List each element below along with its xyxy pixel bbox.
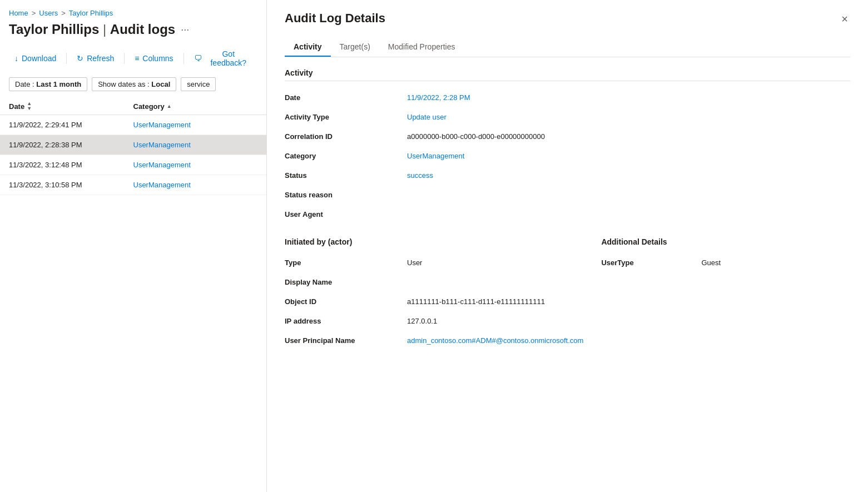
page-title: Taylor Phillips | Audit logs ··· [0, 22, 266, 37]
refresh-icon: ↻ [77, 54, 83, 63]
value-status: success [407, 166, 850, 185]
columns-label: Columns [142, 54, 173, 63]
row-date: 11/9/2022, 2:29:41 PM [9, 121, 133, 129]
page-title-text: Taylor Phillips | Audit logs [9, 22, 175, 37]
label-type: Type [285, 253, 407, 272]
table-row[interactable]: 11/3/2022, 3:12:48 PM UserManagement [0, 155, 266, 175]
filter-service[interactable]: service [181, 77, 216, 91]
toolbar: ↓ Download ↻ Refresh ≡ Columns 🗨 Got fee… [0, 46, 266, 71]
table-body: 11/9/2022, 2:29:41 PM UserManagement 11/… [0, 115, 266, 492]
detail-tabs: Activity Target(s) Modified Properties [285, 38, 850, 57]
value-type: User [407, 253, 583, 272]
detail-section-label: Activity [285, 68, 850, 81]
filter-date[interactable]: Date : Last 1 month [9, 77, 87, 91]
sort-icon-date: ▲▼ [27, 101, 32, 111]
row-date: 11/3/2022, 3:10:58 PM [9, 181, 133, 189]
initiated-by-section: Initiated by (actor) Type User Display N… [285, 237, 583, 355]
feedback-label: Got feedback? [205, 49, 252, 67]
additional-details-fields: UserType Guest [601, 253, 850, 272]
filter-service-label: service [187, 80, 210, 88]
refresh-label: Refresh [87, 54, 114, 63]
toolbar-divider-2 [124, 53, 125, 64]
filters-bar: Date : Last 1 month Show dates as : Loca… [0, 77, 266, 91]
value-correlation-id: a0000000-b000-c000-d000-e00000000000 [407, 127, 850, 146]
label-activity-type: Activity Type [285, 107, 407, 127]
breadcrumb-user[interactable]: Taylor Phillips [69, 9, 113, 17]
two-col-section: Initiated by (actor) Type User Display N… [285, 237, 850, 355]
label-display-name: Display Name [285, 272, 407, 292]
tab-modified-properties[interactable]: Modified Properties [379, 38, 464, 57]
detail-header: Audit Log Details × [285, 11, 850, 27]
label-object-id: Object ID [285, 292, 407, 311]
left-panel: Home > Users > Taylor Phillips Taylor Ph… [0, 0, 267, 492]
refresh-button[interactable]: ↻ Refresh [71, 51, 120, 66]
label-user-agent: User Agent [285, 205, 407, 224]
additional-details-title: Additional Details [601, 237, 850, 246]
initiated-by-fields: Type User Display Name Object ID a111111… [285, 253, 583, 350]
row-category: UserManagement [133, 181, 258, 189]
columns-button[interactable]: ≡ Columns [129, 51, 178, 66]
value-status-reason [407, 185, 850, 205]
label-date: Date [285, 88, 407, 107]
label-correlation-id: Correlation ID [285, 127, 407, 146]
breadcrumb-home[interactable]: Home [9, 9, 28, 17]
value-ip-address: 127.0.0.1 [407, 311, 583, 331]
table-row[interactable]: 11/9/2022, 2:29:41 PM UserManagement [0, 115, 266, 135]
value-display-name [407, 272, 583, 292]
filter-showdates-label: Show dates as : Local [98, 80, 170, 88]
breadcrumb-sep1: > [32, 9, 36, 17]
toolbar-divider-1 [66, 53, 67, 64]
table-header: Date ▲▼ Category ▲ [0, 98, 266, 115]
tab-activity[interactable]: Activity [285, 38, 331, 57]
filter-showdates[interactable]: Show dates as : Local [92, 77, 176, 91]
table-row[interactable]: 11/3/2022, 3:10:58 PM UserManagement [0, 175, 266, 195]
additional-details-section: Additional Details UserType Guest [601, 237, 850, 355]
col-date[interactable]: Date ▲▼ [9, 101, 133, 111]
filter-date-label: Date : Last 1 month [15, 80, 81, 88]
label-category: Category [285, 146, 407, 166]
sort-icon-category: ▲ [167, 104, 172, 109]
label-usertype: UserType [601, 253, 701, 272]
row-date: 11/9/2022, 2:28:38 PM [9, 141, 133, 149]
value-upn: admin_contoso.com#ADM#@contoso.onmicroso… [407, 331, 583, 350]
page-menu-button[interactable]: ··· [181, 24, 189, 36]
breadcrumb-users[interactable]: Users [39, 9, 58, 17]
value-user-agent [407, 205, 850, 224]
toolbar-divider-3 [183, 53, 184, 64]
col-date-label: Date [9, 102, 24, 111]
col-category-label: Category [133, 102, 165, 111]
value-activity-type: Update user [407, 107, 850, 127]
close-button[interactable]: × [839, 11, 850, 27]
initiated-by-title: Initiated by (actor) [285, 237, 583, 246]
download-label: Download [22, 54, 56, 63]
tab-targets[interactable]: Target(s) [331, 38, 379, 57]
detail-fields: Date 11/9/2022, 2:28 PM Activity Type Up… [285, 88, 850, 224]
columns-icon: ≡ [135, 54, 139, 63]
row-date: 11/3/2022, 3:12:48 PM [9, 161, 133, 169]
col-category[interactable]: Category ▲ [133, 101, 258, 111]
row-category: UserManagement [133, 161, 258, 169]
label-upn: User Principal Name [285, 331, 407, 350]
value-object-id: a1111111-b111-c111-d111-e11111111111 [407, 292, 583, 311]
feedback-button[interactable]: 🗨 Got feedback? [189, 46, 257, 71]
download-icon: ↓ [14, 54, 18, 63]
label-status-reason: Status reason [285, 185, 407, 205]
feedback-icon: 🗨 [194, 54, 202, 63]
breadcrumb-sep2: > [61, 9, 66, 17]
value-category: UserManagement [407, 146, 850, 166]
value-usertype: Guest [701, 253, 850, 272]
download-button[interactable]: ↓ Download [9, 51, 62, 66]
table-row[interactable]: 11/9/2022, 2:28:38 PM UserManagement [0, 135, 266, 155]
detail-title: Audit Log Details [285, 11, 385, 26]
value-date: 11/9/2022, 2:28 PM [407, 88, 850, 107]
label-status: Status [285, 166, 407, 185]
row-category: UserManagement [133, 121, 258, 129]
label-ip-address: IP address [285, 311, 407, 331]
breadcrumb: Home > Users > Taylor Phillips [0, 9, 266, 17]
row-category: UserManagement [133, 141, 258, 149]
right-panel: Audit Log Details × Activity Target(s) M… [267, 0, 868, 492]
